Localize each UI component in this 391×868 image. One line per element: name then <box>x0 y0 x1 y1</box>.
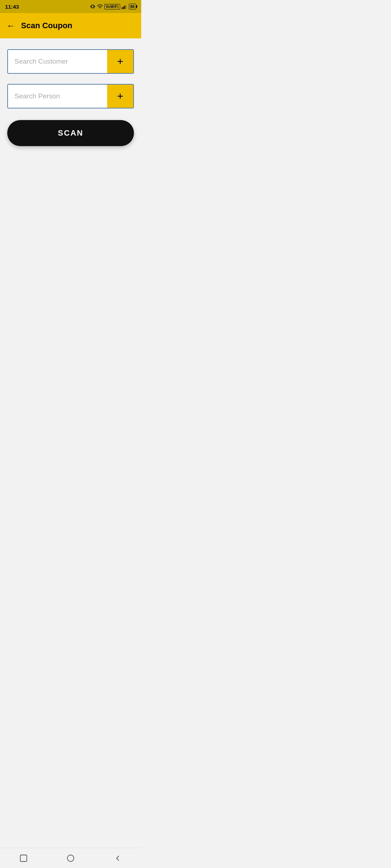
search-person-input[interactable] <box>8 85 107 108</box>
back-button[interactable]: ← <box>7 21 15 30</box>
app-bar: ← Scan Coupon <box>0 13 141 38</box>
svg-rect-0 <box>122 7 122 9</box>
search-customer-container: + <box>7 49 134 74</box>
svg-rect-1 <box>123 7 123 9</box>
status-time: 11:43 <box>5 4 19 10</box>
scan-button[interactable]: SCAN <box>7 120 134 146</box>
battery-indicator: 86 <box>129 4 136 9</box>
main-content: + + SCAN <box>0 38 141 153</box>
page-title: Scan Coupon <box>21 21 72 30</box>
status-icons: VoWiFi 86 <box>90 4 136 9</box>
search-customer-input[interactable] <box>8 50 107 73</box>
svg-rect-3 <box>125 5 126 9</box>
add-person-button[interactable]: + <box>107 85 133 108</box>
search-person-container: + <box>7 84 134 109</box>
status-bar: 11:43 VoWiFi 86 <box>0 0 141 13</box>
signal-icon <box>122 4 127 9</box>
svg-rect-2 <box>124 6 125 9</box>
wifi-icon <box>97 4 103 9</box>
add-customer-button[interactable]: + <box>107 50 133 73</box>
vowifi-badge: VoWiFi <box>104 4 120 9</box>
vibrate-icon <box>90 4 96 9</box>
